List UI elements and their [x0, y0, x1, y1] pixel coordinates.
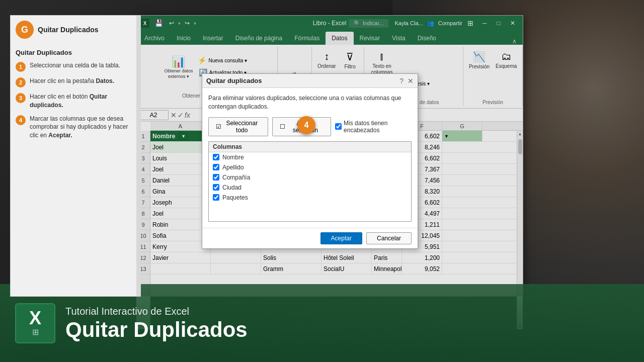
headers-checkbox-label: Mis datos tienen encabezados [335, 120, 412, 134]
step-3: 3 Hacer clic en el botón Quitar duplicad… [16, 93, 136, 110]
step-num-3: 3 [16, 93, 26, 103]
dialog-description: Para eliminar valores duplicados, selecc… [208, 94, 412, 111]
tutorial-title: Quitar Duplicados [16, 49, 136, 56]
headers-checkbox-text: Mis datos tienen encabezados [344, 120, 412, 134]
list-item: Nombre [209, 152, 411, 162]
step4-badge: 4 [297, 116, 315, 134]
list-item: Ciudad [209, 183, 411, 193]
grilla-logo: G [16, 21, 34, 39]
col-nombre-label: Nombre [222, 154, 244, 161]
select-all-label: Seleccionar todo [223, 120, 261, 134]
col-apellido-checkbox[interactable] [213, 164, 219, 170]
bottom-text: Tutorial Interactivo de Excel Quitar Dup… [65, 306, 248, 340]
sidebar-header: G Quitar Duplicados [16, 21, 136, 43]
dialog-close-btn[interactable]: ✕ [408, 77, 414, 85]
select-all-icon: ☑ [216, 123, 221, 130]
deselect-icon: ☐ [280, 123, 285, 130]
columns-listbox: Columnas Nombre Apellido Compañía [208, 141, 412, 222]
dialog-controls: ? ✕ [399, 77, 414, 85]
excel-grid-icon: ⊞ [32, 327, 39, 337]
dialog-title: Quitar duplicados [206, 77, 262, 84]
step-text-4: Marcar las columnas que se desea comprob… [30, 115, 136, 140]
accept-btn[interactable]: Aceptar [320, 232, 362, 244]
dialog-title-bar: Quitar duplicados ? ✕ [202, 74, 418, 88]
list-item: Apellido [209, 162, 411, 172]
col-compania-checkbox[interactable] [213, 174, 219, 180]
dialog-footer: Aceptar Cancelar [202, 228, 418, 248]
col-paquetes-label: Paquetes [222, 194, 248, 201]
bottom-subtitle: Tutorial Interactivo de Excel [65, 306, 248, 317]
list-item: Compañía [209, 172, 411, 183]
select-all-btn[interactable]: ☑ Seleccionar todo [208, 117, 268, 136]
excel-window: X 💾 ↩ ▾ ↪ ▾ Libro - Excel 🔍 Indicar... K… [136, 15, 523, 297]
col-apellido-label: Apellido [222, 164, 244, 171]
quitar-duplicados-dialog: Quitar duplicados ? ✕ Para eliminar valo… [202, 73, 418, 249]
sidebar-panel: G Quitar Duplicados Quitar Duplicados 1 … [10, 15, 141, 297]
step-1: 1 Seleccionar una celda de la tabla. [16, 61, 136, 72]
col-paquetes-checkbox[interactable] [213, 194, 219, 201]
step-text-2: Hacer clic en la pestaña Datos. [30, 77, 114, 85]
excel-x-letter: X [29, 309, 41, 327]
step-num-4: 4 [16, 115, 26, 125]
excel-logo: X ⊞ [15, 303, 55, 343]
sidebar-title: Quitar Duplicados [38, 26, 99, 34]
headers-checkbox[interactable] [335, 123, 342, 130]
step-text-1: Seleccionar una celda de la tabla. [30, 61, 120, 70]
dialog-overlay: Quitar duplicados ? ✕ Para eliminar valo… [136, 16, 523, 296]
step-num-1: 1 [16, 62, 26, 72]
screen-container: G Quitar Duplicados Quitar Duplicados 1 … [10, 15, 523, 297]
columns-header: Columnas [209, 142, 411, 152]
step-text-3: Hacer clic en el botón Quitar duplicados… [30, 93, 136, 110]
bottom-title: Quitar Duplicados [65, 319, 248, 340]
step-num-2: 2 [16, 77, 26, 87]
list-item: Paquetes [209, 193, 411, 203]
cancel-btn[interactable]: Cancelar [366, 232, 412, 244]
step-2: 2 Hacer clic en la pestaña Datos. [16, 77, 136, 87]
dialog-help-btn[interactable]: ? [399, 77, 404, 85]
col-ciudad-label: Ciudad [222, 184, 242, 191]
col-compania-label: Compañía [222, 174, 250, 181]
dialog-body: Para eliminar valores duplicados, selecc… [202, 88, 418, 228]
step-4: 4 Marcar las columnas que se desea compr… [16, 115, 136, 140]
col-ciudad-checkbox[interactable] [213, 184, 219, 191]
col-nombre-checkbox[interactable] [213, 154, 219, 160]
